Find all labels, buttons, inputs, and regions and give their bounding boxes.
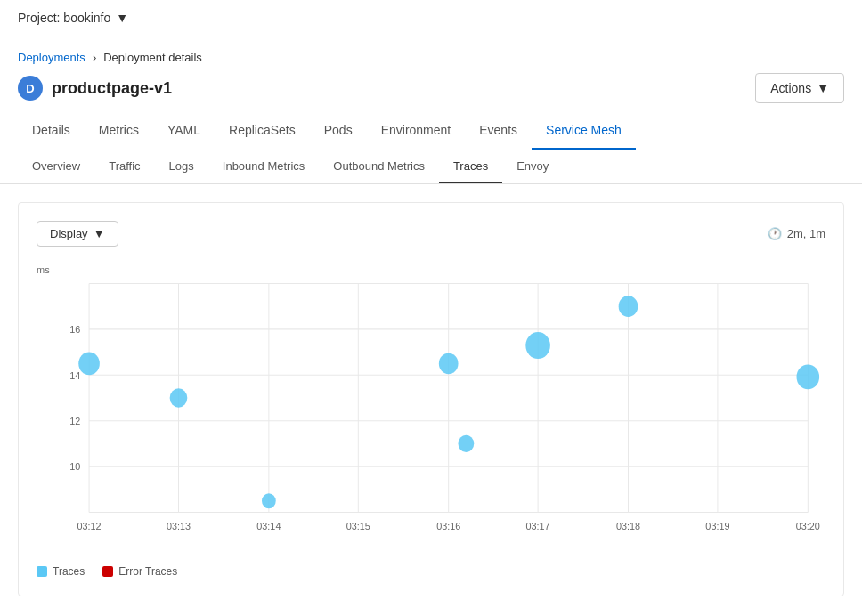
svg-text:03:12: 03:12 bbox=[77, 520, 102, 531]
svg-text:03:18: 03:18 bbox=[616, 520, 640, 531]
y-axis-label: ms bbox=[37, 264, 50, 275]
breadcrumb-separator: › bbox=[93, 51, 96, 64]
time-indicator: 🕐 2m, 1m bbox=[768, 227, 825, 240]
clock-icon: 🕐 bbox=[768, 227, 782, 240]
subtab-overview[interactable]: Overview bbox=[18, 150, 94, 183]
deployment-name: productpage-v1 bbox=[52, 79, 172, 98]
scatter-chart: 10 12 14 16 03:12 03:13 03:14 03:15 03:1… bbox=[37, 264, 825, 531]
deployment-title: D productpage-v1 bbox=[18, 76, 172, 101]
display-label: Display bbox=[50, 227, 88, 240]
svg-text:14: 14 bbox=[69, 369, 80, 380]
trace-dot-2[interactable] bbox=[170, 388, 188, 407]
trace-dot-4[interactable] bbox=[439, 353, 459, 375]
deployment-header: D productpage-v1 Actions ▼ bbox=[18, 73, 844, 103]
legend-traces: Traces bbox=[37, 565, 85, 578]
trace-dot-6[interactable] bbox=[525, 332, 550, 359]
display-chevron: ▼ bbox=[94, 227, 105, 240]
project-chevron: ▼ bbox=[116, 11, 128, 25]
tab-replicasets[interactable]: ReplicaSets bbox=[215, 112, 310, 150]
svg-text:03:13: 03:13 bbox=[167, 520, 191, 531]
breadcrumb-parent[interactable]: Deployments bbox=[18, 51, 85, 64]
tab-environment[interactable]: Environment bbox=[367, 112, 466, 150]
page-header: Deployments › Deployment details D produ… bbox=[0, 36, 862, 103]
svg-text:03:17: 03:17 bbox=[526, 520, 550, 531]
tab-metrics[interactable]: Metrics bbox=[85, 112, 153, 150]
legend-traces-label: Traces bbox=[53, 565, 85, 578]
project-selector[interactable]: Project: bookinfo ▼ bbox=[18, 11, 128, 25]
top-bar: Project: bookinfo ▼ bbox=[0, 0, 862, 36]
svg-text:03:19: 03:19 bbox=[705, 520, 729, 531]
sub-tabs: Overview Traffic Logs Inbound Metrics Ou… bbox=[0, 150, 862, 184]
tab-details[interactable]: Details bbox=[18, 112, 85, 150]
trace-dot-8[interactable] bbox=[797, 365, 820, 390]
actions-button[interactable]: Actions ▼ bbox=[755, 73, 844, 103]
subtab-envoy[interactable]: Envoy bbox=[502, 150, 563, 183]
subtab-traffic[interactable]: Traffic bbox=[94, 150, 154, 183]
chart-area: ms 10 12 bbox=[37, 264, 825, 549]
error-traces-color-dot bbox=[102, 566, 113, 577]
svg-text:03:16: 03:16 bbox=[436, 520, 460, 531]
svg-text:16: 16 bbox=[69, 324, 80, 335]
tab-yaml[interactable]: YAML bbox=[153, 112, 215, 150]
main-tabs: Details Metrics YAML ReplicaSets Pods En… bbox=[0, 112, 862, 150]
chart-container: Display ▼ 🕐 2m, 1m ms bbox=[18, 202, 844, 596]
actions-chevron: ▼ bbox=[817, 81, 829, 95]
tab-service-mesh[interactable]: Service Mesh bbox=[532, 112, 636, 150]
subtab-inbound-metrics[interactable]: Inbound Metrics bbox=[208, 150, 320, 183]
trace-dot-5[interactable] bbox=[459, 435, 475, 452]
project-label: Project: bookinfo bbox=[18, 11, 110, 25]
display-button[interactable]: Display ▼ bbox=[37, 221, 118, 247]
time-label: 2m, 1m bbox=[787, 227, 825, 240]
tab-pods[interactable]: Pods bbox=[310, 112, 367, 150]
svg-text:03:14: 03:14 bbox=[256, 520, 281, 531]
breadcrumb-current: Deployment details bbox=[103, 51, 202, 64]
subtab-logs[interactable]: Logs bbox=[155, 150, 208, 183]
subtab-outbound-metrics[interactable]: Outbound Metrics bbox=[319, 150, 439, 183]
legend: Traces Error Traces bbox=[37, 558, 825, 578]
svg-text:12: 12 bbox=[69, 416, 80, 426]
subtab-traces[interactable]: Traces bbox=[439, 150, 502, 183]
deployment-icon: D bbox=[18, 76, 43, 101]
legend-error-label: Error Traces bbox=[118, 565, 177, 578]
svg-text:03:20: 03:20 bbox=[796, 520, 820, 531]
legend-error-traces: Error Traces bbox=[102, 565, 177, 578]
trace-dot-3[interactable] bbox=[262, 493, 276, 508]
breadcrumb: Deployments › Deployment details bbox=[18, 51, 844, 64]
tab-events[interactable]: Events bbox=[465, 112, 532, 150]
chart-toolbar: Display ▼ 🕐 2m, 1m bbox=[37, 221, 825, 247]
traces-color-dot bbox=[37, 566, 47, 577]
trace-dot-1[interactable] bbox=[78, 353, 100, 376]
svg-text:03:15: 03:15 bbox=[346, 520, 370, 531]
svg-text:10: 10 bbox=[69, 461, 80, 472]
trace-dot-7[interactable] bbox=[619, 296, 638, 317]
